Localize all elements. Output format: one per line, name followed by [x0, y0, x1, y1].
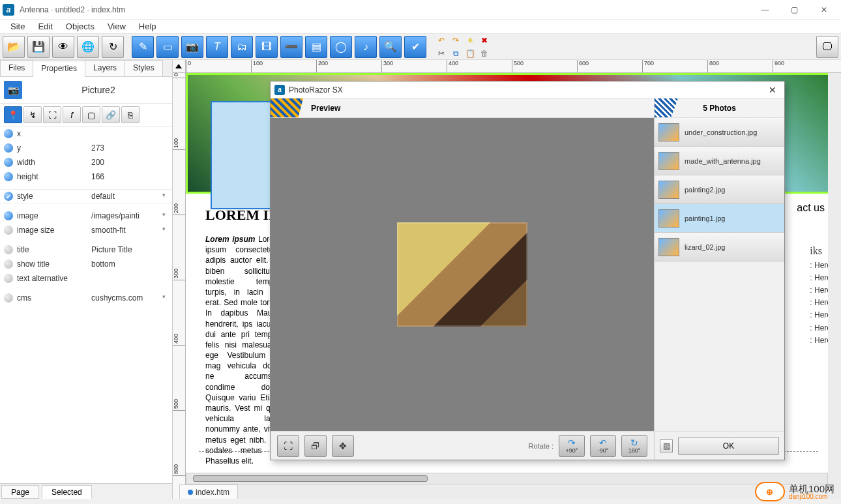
prop-label-height: height [17, 172, 89, 181]
tool-image[interactable]: 📷 [181, 36, 203, 58]
ruler-horizontal[interactable]: 0100200300400500600700800900 [186, 60, 841, 73]
prop-label-image: image [17, 211, 89, 220]
keep-aspect-checkbox[interactable]: ▨ [660, 439, 673, 452]
prop-label-alt: text alternative [17, 274, 89, 283]
prop-value-showtitle[interactable]: bottom [89, 259, 168, 269]
undo-icon[interactable]: ↶ [435, 35, 447, 46]
bottom-tab-page[interactable]: Page [1, 485, 39, 499]
tool-check[interactable]: ✔ [404, 36, 426, 58]
prop-tab-crop[interactable]: ⛶ [43, 106, 61, 123]
save-button[interactable]: 💾 [27, 36, 50, 58]
tool-gallery[interactable]: 🗂 [231, 36, 253, 58]
bottom-tab-selected[interactable]: Selected [42, 485, 92, 499]
menu-site[interactable]: Site [4, 20, 31, 33]
nav-contact-peek[interactable]: act us [790, 200, 828, 216]
rotate-ccw-button[interactable]: ↶-90° [590, 435, 616, 457]
photo-filename: painting1.jpg [685, 215, 725, 222]
prop-value-image[interactable]: /images/painti [89, 211, 168, 220]
tool-hr[interactable]: ➖ [280, 36, 302, 58]
copy-icon[interactable]: ⧉ [450, 48, 462, 59]
rotate-label: Rotate : [528, 442, 553, 450]
prop-label-showtitle: show title [17, 259, 89, 269]
delete-icon[interactable]: ✖ [479, 35, 490, 46]
preview-heading: Preview [311, 104, 340, 113]
left-panel: Files Properties Layers Styles 📷 Picture… [0, 60, 173, 499]
menu-view[interactable]: View [101, 20, 132, 33]
tool-media[interactable]: 🎞 [256, 36, 278, 58]
photo-item[interactable]: under_construction.jpg [655, 118, 784, 147]
minimize-button[interactable]: — [750, 1, 780, 19]
dialog-title: PhotoRazor SX [289, 85, 343, 95]
photo-thumb-icon [658, 123, 679, 141]
menu-help[interactable]: Help [132, 20, 163, 33]
prop-label-style: style [17, 192, 89, 201]
photo-filename: under_construction.jpg [685, 128, 757, 136]
photo-item[interactable]: painting2.jpg [655, 175, 784, 204]
prop-value-width[interactable]: 200 [89, 158, 168, 167]
photo-thumb-icon [658, 238, 679, 256]
prop-value-imagesize[interactable]: smooth-fit [89, 226, 168, 235]
photo-filename: lizard_02.jpg [685, 243, 725, 251]
photo-item[interactable]: lizard_02.jpg [655, 233, 784, 261]
prop-tab-action[interactable]: ↯ [23, 106, 42, 123]
lorem-text[interactable]: Lorem ipsum Lorem ipsum consectetuer adi… [205, 234, 280, 466]
paste-icon[interactable]: 📋 [464, 48, 476, 59]
add-icon[interactable]: ☀ [464, 35, 476, 46]
selected-object-name: Picture2 [29, 85, 168, 95]
prop-tab-code[interactable]: ⎘ [121, 106, 140, 123]
redo-icon[interactable]: ↷ [450, 35, 462, 46]
prop-tab-position[interactable]: 📍 [4, 106, 22, 123]
picture-icon: 📷 [4, 81, 22, 99]
fit-button[interactable]: ✥ [332, 435, 354, 457]
tab-layers[interactable]: Layers [85, 60, 125, 76]
photo-item[interactable]: made_with_antenna.jpg [655, 147, 784, 175]
window-title: Antenna · untitled2 · index.htm [20, 5, 125, 14]
prop-value-style[interactable]: default [89, 192, 168, 201]
trash-icon[interactable]: 🗑 [479, 48, 490, 59]
photo-filename: painting2.jpg [685, 186, 725, 194]
tool-zoom[interactable]: 🔍 [379, 36, 402, 58]
menu-edit[interactable]: Edit [31, 20, 59, 33]
photo-item[interactable]: painting1.jpg [655, 204, 784, 233]
tool-box[interactable]: ▭ [156, 36, 179, 58]
prop-value-cms[interactable]: cushycms.com [89, 293, 168, 303]
tab-files[interactable]: Files [0, 60, 33, 76]
photo-thumb-icon [658, 181, 679, 199]
tool-audio[interactable]: ♪ [355, 36, 377, 58]
prop-tab-fx[interactable]: f [63, 106, 81, 123]
ruler-origin[interactable] [173, 60, 186, 73]
refresh-button[interactable]: ↻ [102, 36, 124, 58]
links-peek[interactable]: iks : Here: Here : Here: Here : Here: He… [810, 243, 828, 347]
maximize-button[interactable]: ▢ [780, 1, 809, 19]
menu-objects[interactable]: Objects [59, 20, 101, 33]
ruler-vertical[interactable]: 0100200300400500600 [173, 73, 186, 499]
document-tab[interactable]: index.htm [179, 484, 238, 499]
menubar: Site Edit Objects View Help [0, 20, 841, 34]
cut-icon[interactable]: ✂ [435, 48, 447, 59]
filmstrip-icon [271, 98, 303, 117]
ok-button[interactable]: OK [678, 437, 779, 455]
dialog-titlebar[interactable]: a PhotoRazor SX ✕ [271, 82, 784, 98]
tab-styles[interactable]: Styles [125, 60, 163, 76]
tab-properties[interactable]: Properties [33, 61, 85, 77]
publish-button[interactable]: 🌐 [77, 36, 99, 58]
tool-pointer[interactable]: ✎ [132, 36, 154, 58]
preview-button[interactable]: 👁 [52, 36, 74, 58]
tool-text[interactable]: T [206, 36, 228, 58]
prop-value-title[interactable]: Picture Title [89, 245, 168, 254]
close-button[interactable]: ✕ [809, 1, 838, 19]
prop-value-height[interactable]: 166 [89, 172, 168, 181]
tool-shape[interactable]: ◯ [330, 36, 352, 58]
prop-value-y[interactable]: 273 [89, 143, 168, 153]
rotate-cw-button[interactable]: ↷+90° [559, 435, 585, 457]
fullscreen-button[interactable]: 🖵 [816, 36, 838, 58]
tool-gradient[interactable]: ▤ [305, 36, 327, 58]
open-button[interactable]: 📂 [3, 36, 25, 58]
dialog-close-button[interactable]: ✕ [765, 83, 780, 96]
resize-button[interactable]: 🗗 [304, 435, 327, 457]
scrollbar-horizontal[interactable] [186, 473, 828, 484]
rotate-180-button[interactable]: ↻180° [621, 435, 647, 457]
prop-tab-shape[interactable]: ▢ [82, 106, 100, 123]
crop-button[interactable]: ⛶ [277, 435, 299, 457]
prop-tab-link[interactable]: 🔗 [102, 106, 120, 123]
